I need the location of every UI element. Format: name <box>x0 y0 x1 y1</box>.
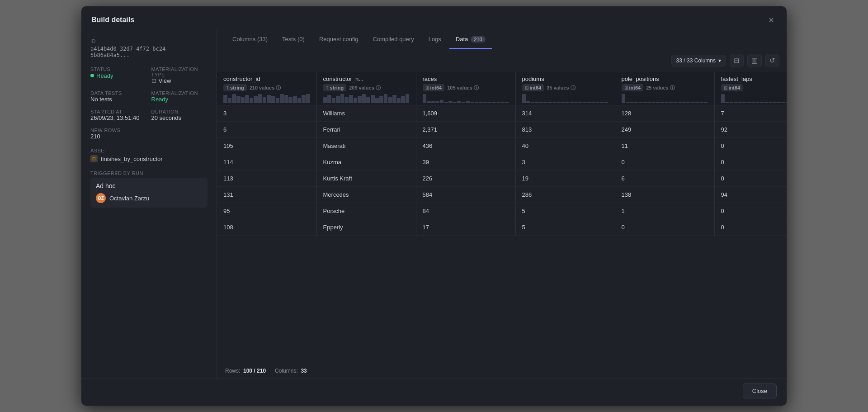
hist-bar-constructor_id-10 <box>267 95 271 103</box>
cell-races-5: 584 <box>416 187 515 203</box>
hist-bar-constructor_name-11 <box>371 95 375 103</box>
hist-bar-constructor_name-3 <box>336 96 340 103</box>
col-header-fastest_laps[interactable]: fastest_laps ⊞ int64 <box>714 72 787 105</box>
columns-selector-label: 33 / 33 Columns <box>676 57 716 64</box>
refresh-button[interactable]: ↺ <box>765 54 779 67</box>
cell-races-2: 436 <box>416 138 515 154</box>
cell-podiums-3: 3 <box>515 154 615 170</box>
tab-request-config[interactable]: Request config <box>313 30 365 49</box>
cell-fastest_laps-7: 0 <box>714 219 787 236</box>
duration-label: Duration <box>151 109 208 114</box>
tab-logs[interactable]: Logs <box>422 30 448 49</box>
col-header-podiums[interactable]: podiums ⊞ int64 35 values ⓘ <box>515 72 615 105</box>
hist-bar-podiums-18 <box>600 102 604 103</box>
hist-bar-constructor_id-7 <box>254 96 258 103</box>
rows-summary: Rows: 100 / 210 <box>225 368 266 374</box>
started-at-label: Started at <box>90 109 147 114</box>
triggered-label: Triggered by Run <box>90 170 208 176</box>
hist-bar-fastest_laps-10 <box>764 102 768 103</box>
hist-bar-pole_positions-10 <box>665 102 669 103</box>
cell-races-1: 2,371 <box>416 122 515 138</box>
values-count-constructor_id: 210 values ⓘ <box>250 85 281 91</box>
hist-bar-constructor_id-14 <box>284 95 288 103</box>
type-icon-fastest_laps: ⊞ <box>724 85 727 90</box>
close-footer-button[interactable]: Close <box>743 384 777 398</box>
col-meta-races: ⊞ int64 105 values ⓘ <box>423 84 509 91</box>
cell-constructor_name-4: Kurtis Kraft <box>316 170 416 187</box>
values-count-podiums: 35 values ⓘ <box>547 85 576 91</box>
hist-bar-constructor_name-6 <box>349 95 353 103</box>
left-panel: Id a414b4d0-32d7-4f72-bc24-5b86a84a5... … <box>81 30 217 379</box>
hist-bar-pole_positions-7 <box>652 102 656 103</box>
footer-bar: Rows: 100 / 210 Columns: 33 <box>217 363 787 379</box>
table-container[interactable]: constructor_id T string 210 values ⓘ con… <box>217 72 787 363</box>
hist-bar-races-15 <box>487 102 491 103</box>
chart-button[interactable]: ▥ <box>747 54 762 67</box>
hist-bar-races-8 <box>457 101 461 103</box>
tab-columns[interactable]: Columns (33) <box>226 30 274 49</box>
col-header-pole_positions[interactable]: pole_positions ⊞ int64 25 values ⓘ <box>615 72 714 105</box>
hist-bar-races-5 <box>444 102 448 103</box>
hist-bar-races-17 <box>496 102 500 103</box>
hist-bar-podiums-19 <box>604 102 609 103</box>
new-rows-value: 210 <box>90 133 147 140</box>
data-tests-value: No tests <box>90 96 147 103</box>
cell-constructor_name-6: Porsche <box>316 203 416 219</box>
mat-type-row: ⊡ View <box>151 77 208 84</box>
hist-bar-fastest_laps-3 <box>734 102 738 103</box>
cell-constructor_id-3: 114 <box>217 154 316 170</box>
cell-constructor_id-7: 108 <box>217 219 316 236</box>
mat-type-value: View <box>159 77 171 84</box>
col-meta-constructor_id: T string 210 values ⓘ <box>223 84 310 91</box>
cell-podiums-0: 314 <box>515 105 615 122</box>
status-badge: Ready <box>90 72 113 79</box>
type-badge-races: ⊞ int64 <box>423 84 445 91</box>
hist-bar-fastest_laps-14 <box>782 102 786 103</box>
tab-tests[interactable]: Tests (0) <box>276 30 311 49</box>
data-tests-item: Data tests No tests <box>90 90 147 103</box>
asset-value: finishes_by_constructor <box>101 156 163 162</box>
type-icon-constructor_id: T <box>226 85 229 90</box>
id-value: a414b4d0-32d7-4f72-bc24-5b86a84a5... <box>90 46 208 58</box>
hist-bar-fastest_laps-8 <box>755 102 760 103</box>
tab-compiled-query[interactable]: Compiled query <box>367 30 420 49</box>
cell-constructor_name-1: Ferrari <box>316 122 416 138</box>
filter-button[interactable]: ⊟ <box>730 54 744 67</box>
cell-constructor_name-3: Kuzma <box>316 154 416 170</box>
hist-bar-pole_positions-0 <box>622 94 626 103</box>
hist-bar-constructor_id-16 <box>293 96 297 103</box>
hist-bar-podiums-2 <box>531 102 535 103</box>
hist-bar-races-9 <box>462 102 466 103</box>
hist-bar-fastest_laps-4 <box>738 102 742 103</box>
tab-compiled-query-label: Compiled query <box>373 36 414 43</box>
hist-bar-fastest_laps-15 <box>786 102 787 103</box>
user-row: OZ Octavian Zarzu <box>96 193 202 203</box>
started-at-value: 26/09/23, 13:51:40 <box>90 114 147 121</box>
hist-bar-pole_positions-17 <box>695 102 699 103</box>
cell-constructor_id-4: 113 <box>217 170 316 187</box>
col-header-races[interactable]: races ⊞ int64 105 values ⓘ <box>416 72 515 105</box>
col-header-constructor_name[interactable]: constructor_n... T string 209 values ⓘ <box>316 72 416 105</box>
tab-data[interactable]: Data 210 <box>449 30 492 49</box>
duration-item: Duration 20 seconds <box>151 109 208 121</box>
columns-selector[interactable]: 33 / 33 Columns ▾ <box>671 55 726 66</box>
hist-bar-races-4 <box>440 100 444 103</box>
hist-bar-podiums-17 <box>596 102 600 103</box>
build-details-modal: Build details × Id a414b4d0-32d7-4f72-bc… <box>81 6 787 406</box>
view-icon: ⊡ <box>151 77 156 84</box>
col-header-constructor_id[interactable]: constructor_id T string 210 values ⓘ <box>217 72 316 105</box>
avatar: OZ <box>96 193 106 203</box>
hist-bar-fastest_laps-13 <box>777 102 781 103</box>
modal-close-button[interactable]: × <box>766 14 777 25</box>
cell-pole_positions-6: 1 <box>615 203 714 219</box>
hist-bar-constructor_id-8 <box>258 94 262 103</box>
hist-bar-constructor_name-19 <box>406 94 410 103</box>
hist-bar-constructor_name-17 <box>397 98 401 103</box>
hist-bar-constructor_name-14 <box>384 94 388 103</box>
hist-bar-constructor_name-15 <box>388 97 392 103</box>
col-name-pole_positions: pole_positions <box>622 76 708 82</box>
col-histogram-constructor_name <box>317 94 416 105</box>
hist-bar-fastest_laps-9 <box>760 102 764 103</box>
modal-body: Id a414b4d0-32d7-4f72-bc24-5b86a84a5... … <box>81 30 787 379</box>
type-icon-podiums: ⊞ <box>525 85 528 90</box>
